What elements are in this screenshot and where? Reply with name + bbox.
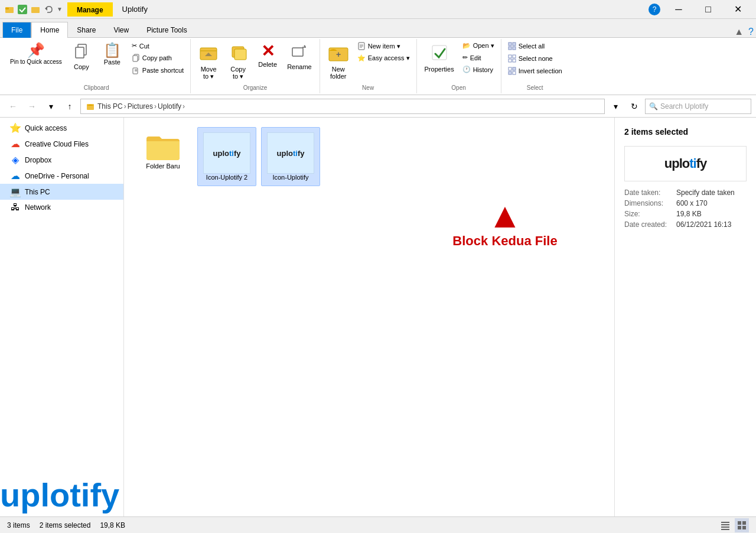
copy-path-button[interactable]: Copy path [129, 52, 187, 64]
quick-access-arrow[interactable]: ▼ [57, 6, 63, 12]
titlebar-icons: ▼ [5, 5, 63, 14]
meta-size: Size: 19,8 KB [624, 210, 747, 218]
help-button[interactable]: ? [649, 4, 660, 15]
select-content: Select all Select none Invert selection [505, 40, 565, 83]
expand-path-button[interactable]: ▾ [607, 98, 624, 115]
properties-button[interactable]: Properties [421, 40, 458, 76]
tab-share[interactable]: Share [68, 22, 105, 38]
file-item-icon-uplotify[interactable]: uplotify Icon-Uplotify [261, 127, 320, 186]
ribbon-collapse[interactable]: ▲ [734, 27, 744, 37]
rename-button[interactable]: Rename [283, 40, 316, 73]
svg-rect-3 [31, 7, 40, 13]
open-content: Properties 📂 Open ▾ ✏ Edit 🕐 History [421, 40, 497, 83]
up-button[interactable]: ↑ [61, 98, 78, 115]
open-button[interactable]: 📂 Open ▾ [460, 40, 497, 51]
history-button[interactable]: 🕐 History [460, 64, 497, 75]
cut-button[interactable]: ✂ Cut [129, 40, 187, 51]
open-label: Open [421, 83, 497, 92]
delete-button[interactable]: ✕ Delete [253, 40, 282, 71]
size-info: 19,8 KB [100, 521, 125, 529]
dimensions-value: 600 x 170 [676, 199, 708, 207]
close-button[interactable]: ✕ [724, 0, 751, 19]
size-value: 19,8 KB [676, 210, 702, 218]
annotation-arrow: ▲ [487, 198, 522, 233]
copy-path-icon [132, 54, 140, 62]
large-icons-view-icon [737, 521, 747, 530]
sidebar-item-network[interactable]: 🖧 Network [0, 200, 123, 215]
select-all-label: Select all [519, 43, 545, 50]
tab-file[interactable]: File [2, 22, 31, 38]
dimensions-label: Dimensions: [624, 199, 672, 207]
sidebar-item-creative-cloud[interactable]: ☁ Creative Cloud Files [0, 136, 123, 152]
back-button[interactable]: ← [5, 98, 21, 115]
move-to-button[interactable]: Moveto ▾ [194, 40, 223, 83]
select-all-button[interactable]: Select all [505, 40, 565, 52]
watermark-text: uplotify [0, 476, 119, 514]
new-item-button[interactable]: New item ▾ [354, 40, 413, 52]
this-pc-icon: 💻 [9, 186, 21, 197]
statusbar: 3 items 2 items selected 19,8 KB [0, 516, 756, 533]
date-created-value: 06/12/2021 16:13 [676, 220, 731, 229]
minimize-button[interactable]: ─ [665, 0, 692, 19]
select-none-button[interactable]: Select none [505, 53, 565, 64]
tab-view[interactable]: View [105, 22, 138, 38]
svg-rect-41 [742, 526, 746, 529]
icon-uplotify-thumbnail: uplotify [267, 132, 314, 174]
organize-content: Moveto ▾ Copyto ▾ ✕ Delete Rename [194, 40, 316, 83]
help-ribbon[interactable]: ? [748, 27, 754, 37]
svg-rect-34 [721, 522, 729, 523]
sidebar-item-dropbox[interactable]: ◈ Dropbox [0, 152, 123, 168]
details-view-button[interactable] [718, 518, 732, 532]
sidebar-item-onedrive[interactable]: ☁ OneDrive - Personal [0, 168, 123, 184]
svg-text:+: + [336, 50, 341, 59]
file-item-icon-uplotify-2[interactable]: uplotify Icon-Uplotify 2 [197, 127, 256, 186]
recent-locations-button[interactable]: ▾ [43, 98, 59, 115]
file-item-folder-baru[interactable]: Folder Baru [133, 127, 193, 174]
new-item-label: New item ▾ [368, 43, 400, 50]
path-this-pc: This PC [97, 102, 123, 110]
dropbox-label: Dropbox [25, 156, 51, 164]
svg-rect-40 [738, 526, 741, 529]
maximize-button[interactable]: □ [695, 0, 722, 19]
status-info: 3 items 2 items selected 19,8 KB [7, 521, 125, 529]
paste-shortcut-button[interactable]: Paste shortcut [129, 64, 187, 76]
copy-button[interactable]: Copy [67, 40, 96, 73]
paste-button[interactable]: 📋 Paste [97, 40, 128, 69]
folder-baru-icon [145, 132, 181, 162]
forward-button[interactable]: → [24, 98, 40, 115]
details-view-icon [721, 521, 730, 530]
new-content: + Newfolder New item ▾ ⭐ Easy access ▾ [324, 40, 413, 83]
refresh-button[interactable]: ↻ [626, 98, 643, 115]
copy-to-button[interactable]: Copyto ▾ [224, 40, 252, 83]
tab-home[interactable]: Home [31, 22, 68, 38]
creative-cloud-label: Creative Cloud Files [25, 140, 89, 148]
new-folder-button[interactable]: + Newfolder [324, 40, 353, 83]
icon-uplotify-name: Icon-Uplotify [272, 174, 308, 181]
sidebar-item-quick-access[interactable]: ⭐ Quick access [0, 120, 123, 136]
onedrive-label: OneDrive - Personal [25, 172, 89, 180]
invert-selection-button[interactable]: Invert selection [505, 65, 565, 77]
svg-rect-37 [721, 529, 729, 530]
pin-to-quick-access-button[interactable]: 📌 Pin to Quick access [6, 40, 66, 68]
check-icon [18, 5, 27, 14]
properties-label: Properties [425, 66, 454, 73]
edit-button[interactable]: ✏ Edit [460, 52, 497, 63]
svg-rect-25 [509, 55, 511, 58]
tab-picture-tools[interactable]: Picture Tools [138, 22, 195, 38]
search-box[interactable]: 🔍 Search Uplotify [645, 99, 751, 114]
svg-rect-28 [513, 59, 516, 62]
easy-access-icon: ⭐ [357, 54, 366, 62]
select-none-icon [508, 54, 516, 63]
easy-access-button[interactable]: ⭐ Easy access ▾ [354, 53, 413, 64]
sidebar-item-this-pc[interactable]: 💻 This PC [0, 184, 123, 200]
date-created-label: Date created: [624, 220, 672, 229]
size-label: Size: [624, 210, 672, 218]
large-icons-view-button[interactable] [735, 518, 749, 532]
cut-label: Cut [139, 43, 149, 50]
rename-icon [291, 43, 308, 62]
folder-icon-2 [31, 5, 40, 14]
address-path[interactable]: This PC › Pictures › Uplotify › [80, 99, 605, 114]
manage-tab[interactable]: Manage [67, 2, 113, 17]
ribbon: 📌 Pin to Quick access Copy 📋 Paste ✂ Cut [0, 38, 756, 95]
move-to-label: Moveto ▾ [201, 66, 217, 80]
